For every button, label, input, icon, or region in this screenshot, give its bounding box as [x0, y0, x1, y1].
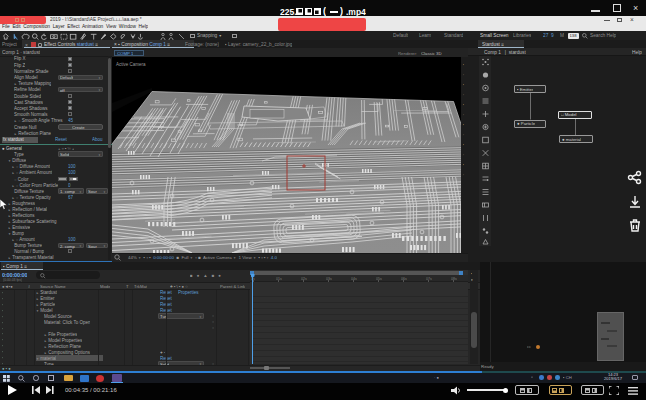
svg-text:Active Camera: Active Camera [116, 62, 146, 67]
